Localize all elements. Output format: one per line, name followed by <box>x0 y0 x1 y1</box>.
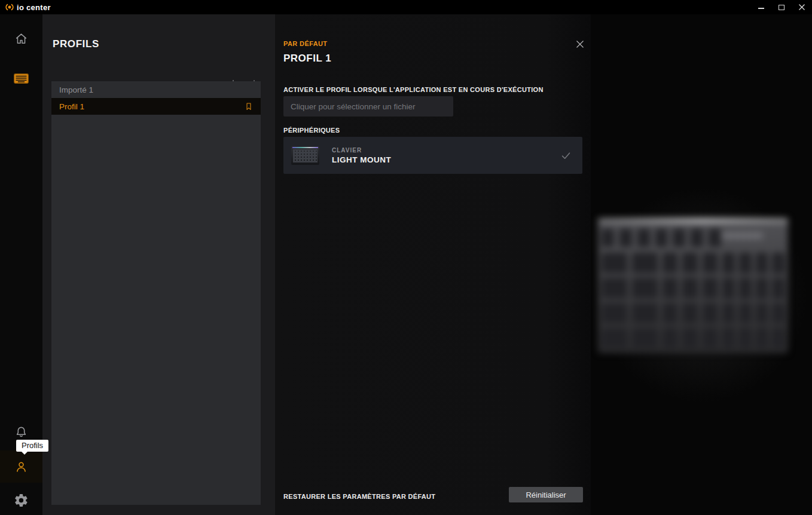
device-category: CLAVIER <box>332 147 391 154</box>
keyboard-light-bar <box>598 218 788 223</box>
default-badge: PAR DÉFAUT <box>283 40 327 47</box>
keyboard-numpad-cluster <box>722 253 784 348</box>
profile-name: Importé 1 <box>59 85 254 94</box>
restore-defaults-label: RESTAURER LES PARAMÈTRES PAR DÉFAUT <box>283 493 435 500</box>
device-card-light-mount[interactable]: CLAVIER LIGHT MOUNT <box>283 137 582 174</box>
sidebar-item-profiles[interactable] <box>0 452 42 481</box>
device-selected-check-icon <box>560 150 572 161</box>
profiles-panel-title: PROFILS <box>53 38 99 50</box>
profile-name: Profil 1 <box>59 102 244 111</box>
close-panel-button[interactable] <box>573 37 587 51</box>
minimize-icon <box>758 8 764 9</box>
app-title: io center <box>17 3 51 12</box>
hero-area <box>591 14 812 515</box>
default-bookmark-icon <box>244 101 254 112</box>
device-name: LIGHT MOUNT <box>332 155 391 164</box>
keyboard-nav-cluster <box>663 253 718 348</box>
close-window-icon <box>798 4 805 11</box>
profile-row-importe-1[interactable]: Importé 1 <box>51 81 261 98</box>
home-icon <box>14 31 29 46</box>
profile-list: Importé 1 Profil 1 <box>51 81 261 505</box>
profile-detail-title: PROFIL 1 <box>283 53 331 65</box>
keyboard-hero-image <box>598 218 788 353</box>
app-logo: io center <box>0 3 51 12</box>
close-icon <box>575 39 585 49</box>
sidebar: Profils <box>0 14 42 515</box>
gear-icon <box>14 493 29 508</box>
keyboard-icon <box>13 70 29 87</box>
close-window-button[interactable] <box>792 0 812 14</box>
sidebar-item-devices[interactable] <box>0 64 42 93</box>
sidebar-item-settings[interactable] <box>0 486 42 514</box>
maximize-icon <box>779 5 784 10</box>
reset-button[interactable]: Réinitialiser <box>509 487 583 502</box>
keyboard-function-row <box>602 229 721 247</box>
minimize-button[interactable] <box>751 0 771 14</box>
window-controls <box>751 0 812 14</box>
profiles-tooltip: Profils <box>16 440 48 452</box>
io-center-logo-icon <box>5 3 14 11</box>
devices-section-label: PÉRIPHÉRIQUES <box>283 127 340 134</box>
profile-detail-panel: PAR DÉFAUT PROFIL 1 ACTIVER LE PROFIL LO… <box>275 14 591 515</box>
bell-icon <box>14 425 29 440</box>
titlebar: io center <box>0 0 812 14</box>
keyboard-brand-mark <box>719 232 763 239</box>
keyboard-left-cluster <box>602 253 658 348</box>
activation-label: ACTIVER LE PROFIL LORSQUE L'APPLICATION … <box>283 86 544 93</box>
profile-row-profil-1[interactable]: Profil 1 <box>51 98 261 115</box>
keyboard-thumbnail-image <box>291 146 319 165</box>
keyboard-deck <box>598 223 788 353</box>
profiles-panel: PROFILS VOS PROFILS Importé 1 Profil 1 <box>42 14 275 515</box>
person-icon <box>14 459 29 474</box>
sidebar-item-home[interactable] <box>0 24 42 53</box>
maximize-button[interactable] <box>771 0 792 14</box>
application-file-input[interactable] <box>283 96 453 117</box>
